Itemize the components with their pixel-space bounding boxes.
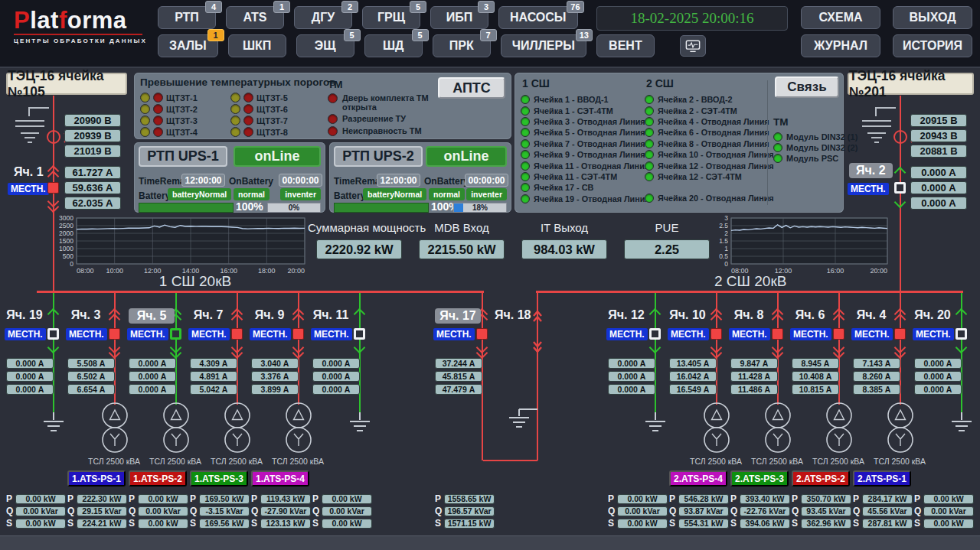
monitor-icon-button[interactable]: [680, 35, 706, 57]
current-value: 0.000 А: [6, 371, 54, 382]
s-label: S: [853, 518, 862, 529]
ups2-button[interactable]: РТП UPS-2: [334, 146, 423, 167]
nav-button[interactable]: ЧИЛЛЕРЫ 13: [501, 34, 586, 57]
breaker-indicator[interactable]: [47, 328, 59, 340]
cell-status-label: Ячейка 19 - Отводная Линия: [534, 194, 650, 203]
nav-button[interactable]: РТП 4: [158, 6, 216, 29]
nav-button-label: НАСОСЫ: [510, 11, 567, 24]
status-led: [521, 161, 530, 171]
ats-button[interactable]: 1.ATS-PS-2: [129, 470, 187, 487]
apts-button[interactable]: АПТС: [438, 77, 505, 99]
nav-button[interactable]: ДГУ 2: [294, 6, 352, 29]
reactive-power-value: 0.00 kVar: [923, 506, 974, 516]
status-led: [521, 139, 530, 148]
load-bar: 18%: [453, 203, 507, 213]
current-value: 7.143 А: [853, 358, 900, 369]
breaker-indicator[interactable]: [170, 328, 181, 340]
q-label: Q: [853, 506, 862, 516]
nav-button[interactable]: ИБП 3: [430, 6, 488, 29]
nav-button[interactable]: ЗАЛЫ 1: [158, 34, 218, 57]
feeder-cell: Яч. 11 МЕСТН. 0.000 А 0.000 А 0.000 А: [320, 293, 381, 535]
q-label: Q: [435, 506, 444, 516]
ats-button[interactable]: 1.ATS-PS-3: [190, 470, 248, 487]
ups1-status-badge: onLine: [234, 146, 321, 167]
breaker-indicator[interactable]: [833, 328, 844, 340]
breaker-indicator[interactable]: [109, 328, 120, 340]
nav-button[interactable]: ВЕНТ: [596, 34, 655, 57]
brand-letter: lat: [30, 7, 59, 34]
nav-button[interactable]: ПРК 7: [433, 34, 491, 57]
journal-button[interactable]: ЖУРНАЛ: [801, 34, 880, 57]
local-mode-badge: МЕСТН.: [606, 328, 648, 340]
nav-button[interactable]: ЭЩ 5: [296, 34, 354, 57]
breaker-indicator[interactable]: [354, 328, 365, 340]
schema-button[interactable]: СХЕМА: [801, 6, 880, 29]
history-button[interactable]: ИСТОРИЯ: [893, 34, 972, 57]
breaker-indicator[interactable]: [231, 328, 243, 340]
svg-text:0: 0: [70, 260, 74, 268]
apparent-power-value: 0.00 kW: [617, 519, 668, 529]
active-power-row: P 0.00 kW: [6, 493, 66, 504]
brand-logo: Platforma ЦЕНТРЫ ОБРАБОТКИ ДАННЫХ: [14, 9, 152, 44]
breaker-indicator[interactable]: [772, 328, 783, 340]
ats-button[interactable]: 1.ATS-PS-4: [251, 470, 309, 487]
breaker-indicator[interactable]: [710, 328, 722, 340]
shield-label: ЩТЗТ-4: [166, 128, 198, 137]
p-label: P: [669, 493, 678, 504]
p-label: P: [435, 493, 444, 504]
p-label: P: [67, 493, 77, 504]
reactive-power-row: Q 93.45 kVar: [792, 506, 851, 516]
active-power-value: 0.00 kW: [138, 494, 188, 504]
tm-status-label: Неисправность ТМ: [342, 126, 422, 135]
cell-status-row: Ячейка 7 - Отводная Линия: [521, 138, 643, 149]
cell-status-row: Ячейка 12 - СЭТ-4ТМ: [645, 171, 767, 182]
alarm-led: [153, 116, 163, 125]
ats-button[interactable]: 2.ATS-PS-2: [792, 470, 850, 487]
flow-arrow: [956, 308, 968, 321]
cell-status-label: Ячейка 11 - Отводная Линия: [534, 161, 649, 171]
svg-text:3: 3: [724, 215, 728, 222]
shield-label: ЩТЗТ-8: [256, 128, 288, 137]
breaker-indicator[interactable]: [649, 328, 661, 340]
active-power-row: P 546.28 kW: [669, 493, 729, 504]
breaker-indicator[interactable]: [292, 328, 304, 340]
cell-status-row: Ячейка 3 - Отводная Линия: [521, 116, 643, 127]
flow-arrow: [894, 197, 906, 209]
status-led: [773, 143, 782, 152]
nav-button[interactable]: ГРЩ 5: [362, 6, 420, 29]
active-power-value: 0.00 kW: [15, 494, 66, 504]
exit-button[interactable]: ВЫХОД: [893, 6, 972, 29]
apparent-power-row: S 1571.15 kW: [435, 518, 495, 529]
breaker-indicator[interactable]: [894, 182, 906, 194]
nav-button[interactable]: ATS 1: [226, 6, 284, 29]
link-button[interactable]: Связь: [775, 76, 839, 98]
nav-button[interactable]: ШКП: [228, 34, 286, 57]
nav-button[interactable]: НАСОСЫ 76: [498, 6, 578, 29]
ats-button[interactable]: 2.ATS-PS-1: [853, 470, 911, 487]
s-label: S: [608, 518, 617, 529]
reactive-power-row: Q 29.15 kVar: [67, 506, 127, 516]
local-mode-badge: МЕСТН.: [790, 328, 831, 340]
breaker-indicator[interactable]: [894, 328, 906, 340]
current-value: 37.244 А: [435, 358, 482, 369]
breaker-indicator[interactable]: [47, 182, 59, 194]
nav-button[interactable]: ШД 5: [364, 34, 423, 57]
reactive-power-value: 93.45 kVar: [801, 506, 851, 516]
cell-status-row: Ячейка 12 - Отводная Линия: [645, 160, 767, 171]
ups1-button[interactable]: РТП UPS-1: [139, 146, 227, 167]
ats-button[interactable]: 2.ATS-PS-3: [730, 470, 789, 487]
breaker-indicator[interactable]: [956, 328, 967, 340]
ups1-panel: РТП UPS-1 onLine TimeRemain 12:00:00 OnB…: [134, 142, 325, 213]
nav-row-2: ЗАЛЫ 1 ШКП ЭЩ 5 ШД 5: [158, 34, 655, 57]
flow-arrow: [47, 342, 60, 354]
cell-status-label: Ячейка 8 - Отводная Линия: [658, 139, 769, 148]
cell-status-label: Ячейка 3 - Отводная Линия: [534, 117, 645, 126]
ats-button[interactable]: 2.ATS-PS-4: [669, 470, 727, 487]
temperature-threshold-panel: Превышение температурных порогов ЩТЗТ-1 …: [134, 73, 511, 139]
tm-module-row: Модуль DIN32 (1): [773, 132, 858, 142]
current-value: 0.000 А: [6, 358, 54, 369]
status-led: [645, 161, 654, 171]
warning-led: [230, 127, 240, 137]
ats-button[interactable]: 1.ATS-PS-1: [67, 470, 126, 487]
cell-status-row: Ячейка 19 - Отводная Линия: [521, 194, 643, 204]
